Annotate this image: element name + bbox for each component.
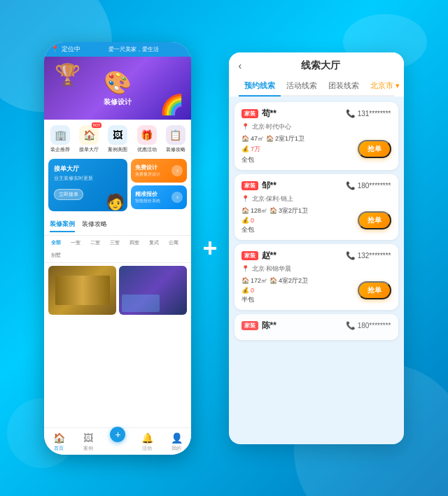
lead-area-3: 🏠 172㎡ 🏠 4室2厅2卫 (241, 276, 309, 285)
lead-price-2: 💰 0 (241, 217, 309, 224)
main-container: 📍 定位中 爱一尺美家，爱生活 🏆 🎨 装修设计 🌈 🏢 装企推荐 🏠 (44, 42, 403, 455)
lead-tag-1: 家装 (241, 109, 258, 118)
nav-publish[interactable]: + (103, 432, 132, 452)
tab-city[interactable]: 北京市 ▾ (365, 78, 404, 95)
profile-icon: 👤 (171, 432, 183, 444)
right-panel: ‹ 线索大厅 预约线索 活动线索 团装线索 北京市 ▾ 家装 苟** (229, 52, 404, 444)
icon-youhui[interactable]: 🎁 优惠活动 (134, 125, 160, 153)
promo-person-icon: 🧑 (106, 193, 125, 211)
lead-phone-3: 📞 132******** (346, 251, 391, 260)
filter-2room[interactable]: 二室 (88, 239, 103, 247)
nav-profile[interactable]: 👤 我的 (162, 432, 191, 452)
lead-card-3: 家装 赵** 📞 132******** 📍 北京·和锦华晨 🏠 1 (234, 244, 398, 310)
filter-duplex[interactable]: 复式 (146, 239, 162, 247)
icon-anli[interactable]: 🖼 案例美图 (105, 125, 131, 153)
lead-meta-3: 🏠 172㎡ 🏠 4室2厅2卫 💰 0 半包 抢单 (241, 276, 391, 304)
filter-apt[interactable]: 公寓 (166, 239, 181, 247)
lead-location-3: 📍 北京·和锦华晨 (241, 264, 391, 274)
lead-meta-2: 🏠 128㎡ 🏠 3室2厅1卫 💰 0 全包 抢单 (241, 206, 391, 234)
filter-all[interactable]: 全部 (48, 239, 64, 247)
banner-content: 🎨 装修设计 (104, 69, 132, 107)
lead-tag-2: 家装 (241, 181, 258, 190)
plus-btn[interactable]: + (110, 427, 125, 442)
promo-price-card[interactable]: 精准报价 智能报价系统 › (131, 185, 187, 209)
banner-3d-icon: 🎨 (104, 69, 132, 96)
activity-icon: 🔔 (141, 432, 153, 444)
lead-price-1: 💰 7万 (241, 145, 305, 154)
lead-name-4: 陈** (262, 320, 276, 332)
plus-connector: + (202, 234, 217, 263)
case-images (44, 263, 191, 427)
lead-name-1: 苟** (262, 108, 276, 120)
nav-activity[interactable]: 🔔 活动 (132, 432, 162, 452)
lead-meta-1: 🏠 47㎡ 🏠 2室1厅1卫 💰 7万 全包 抢单 (241, 134, 391, 164)
lead-price-3: 💰 0 (241, 287, 309, 294)
icon-jiedan[interactable]: 🏠 HOT 接单大厅 (76, 125, 102, 153)
phone-icon-4: 📞 (346, 321, 356, 330)
phone-icon-3: 📞 (346, 251, 356, 260)
jiedan-btn[interactable]: 立即接单 (54, 189, 83, 200)
lead-tag-4: 家装 (241, 321, 258, 330)
home-icon: 🏠 (53, 432, 65, 444)
design-arrow: › (172, 165, 183, 176)
lead-area-2: 🏠 128㎡ 🏠 3室2厅1卫 (241, 206, 309, 215)
filter-1room[interactable]: 一室 (68, 239, 83, 247)
lead-location-2: 📍 北京·保利·锦上 (241, 194, 391, 204)
status-bar: 📍 定位中 爱一尺美家，爱生活 (44, 42, 191, 57)
tab-huodong[interactable]: 活动线索 (281, 78, 323, 95)
lead-area-1: 🏠 47㎡ 🏠 2室1厅1卫 (241, 134, 305, 143)
icon-zhuangqi[interactable]: 🏢 装企推荐 (47, 125, 73, 153)
tab-cases[interactable]: 装修案例 (50, 220, 75, 232)
phone-icon-2: 📞 (346, 181, 356, 190)
bottom-nav: 🏠 首页 🖼 案例 + 🔔 活动 👤 我的 (44, 427, 191, 455)
phone-icon-1: 📞 (346, 109, 356, 118)
panel-tabs: 预约线索 活动线索 团装线索 北京市 ▾ (239, 78, 394, 97)
tab-strategy[interactable]: 装修攻略 (82, 220, 107, 232)
lead-phone-1: 📞 131******** (346, 109, 391, 118)
grab-btn-2[interactable]: 抢单 (358, 211, 391, 229)
promo-right-cards: 免费设计 免费量房设计 › 精准报价 智能报价系统 › (131, 159, 187, 211)
price-arrow: › (172, 192, 183, 203)
leads-list: 家装 苟** 📞 131******** 📍 北京·时代中心 🏠 4 (229, 97, 404, 444)
lead-phone-4: 📞 180******** (346, 321, 391, 330)
lead-card-2: 家装 邹** 📞 180******** 📍 北京·保利·锦上 🏠 (234, 174, 398, 240)
quick-icons-row: 🏢 装企推荐 🏠 HOT 接单大厅 🖼 案例美图 🎁 优惠活动 📋 装修攻 (44, 120, 191, 159)
banner-decoration: 🏆 (55, 62, 80, 87)
location-icon: 📍 (51, 45, 59, 52)
tab-tuanzhuang[interactable]: 团装线索 (323, 78, 365, 95)
tab-yuyue[interactable]: 预约线索 (239, 78, 281, 97)
hot-badge: HOT (92, 122, 102, 128)
nav-cases[interactable]: 🖼 案例 (74, 432, 103, 452)
promo-design-card[interactable]: 免费设计 免费量房设计 › (131, 159, 187, 183)
panel-header: ‹ 线索大厅 预约线索 活动线索 团装线索 北京市 ▾ (229, 52, 404, 97)
nav-home[interactable]: 🏠 首页 (44, 432, 74, 452)
lead-style-3: 半包 (241, 295, 309, 304)
grab-btn-3[interactable]: 抢单 (358, 281, 391, 299)
promo-jiedan[interactable]: 接单大厅 业主装修实时更新 立即接单 🧑 (48, 159, 127, 211)
filter-3room[interactable]: 三室 (107, 239, 122, 247)
lead-location-1: 📍 北京·时代中心 (241, 122, 391, 132)
lead-name-2: 邹** (262, 180, 276, 192)
cases-icon: 🖼 (83, 432, 93, 444)
slogan-text: 爱一尺美家，爱生活 (83, 45, 184, 53)
banner-deco2: 🌈 (160, 93, 184, 116)
panel-nav-top: ‹ 线索大厅 (239, 59, 394, 72)
filter-villa[interactable]: 别墅 (48, 251, 64, 260)
case-img-1[interactable] (48, 266, 116, 315)
filter-4room[interactable]: 四室 (127, 239, 142, 247)
back-button[interactable]: ‹ (239, 60, 242, 71)
lead-tag-3: 家装 (241, 251, 258, 260)
lead-style-2: 全包 (241, 225, 309, 234)
location-text: 定位中 (62, 45, 80, 54)
banner: 🏆 🎨 装修设计 🌈 (44, 57, 191, 120)
section-tabs: 装修案例 装修攻略 (44, 215, 191, 236)
icon-gonglue[interactable]: 📋 装修攻略 (162, 125, 188, 153)
lead-name-3: 赵** (262, 250, 276, 262)
lead-phone-2: 📞 180******** (346, 181, 391, 190)
lead-style-1: 全包 (241, 155, 305, 164)
filter-row: 全部 一室 二室 三室 四室 复式 公寓 别墅 (44, 236, 191, 263)
left-phone: 📍 定位中 爱一尺美家，爱生活 🏆 🎨 装修设计 🌈 🏢 装企推荐 🏠 (44, 42, 191, 455)
case-img-2[interactable] (119, 266, 187, 315)
grab-btn-1[interactable]: 抢单 (358, 140, 391, 158)
banner-subtitle: 装修设计 (104, 97, 132, 107)
